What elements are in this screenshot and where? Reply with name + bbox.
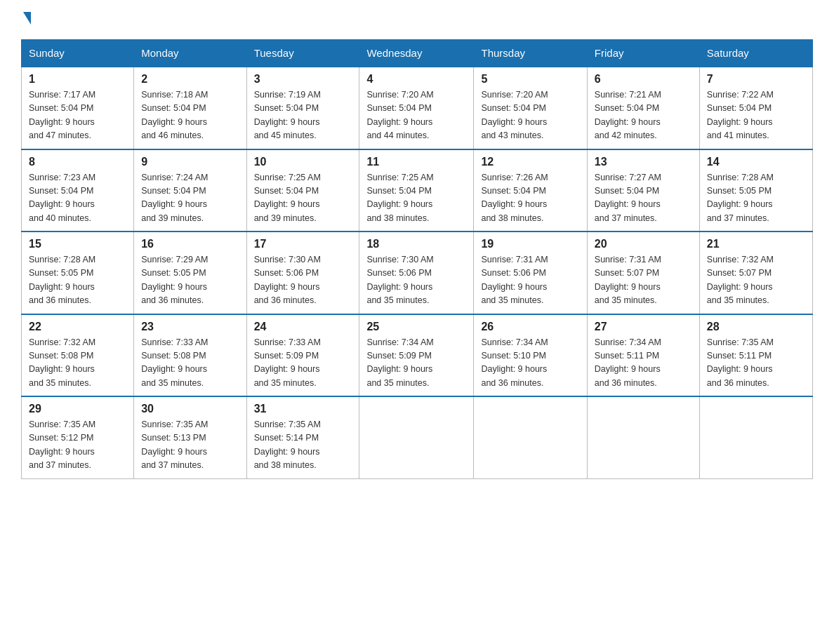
calendar-cell: 17Sunrise: 7:30 AMSunset: 5:06 PMDayligh… — [246, 232, 359, 314]
calendar-cell: 29Sunrise: 7:35 AMSunset: 5:12 PMDayligh… — [22, 396, 134, 478]
calendar-cell: 8Sunrise: 7:23 AMSunset: 5:04 PMDaylight… — [22, 149, 134, 232]
day-info: Sunrise: 7:34 AMSunset: 5:11 PMDaylight:… — [595, 336, 692, 391]
day-number: 14 — [707, 156, 805, 168]
day-number: 28 — [707, 321, 805, 333]
calendar-cell: 13Sunrise: 7:27 AMSunset: 5:04 PMDayligh… — [587, 149, 699, 232]
calendar-cell: 24Sunrise: 7:33 AMSunset: 5:09 PMDayligh… — [246, 314, 359, 397]
day-info: Sunrise: 7:34 AMSunset: 5:09 PMDaylight:… — [366, 336, 466, 391]
day-info: Sunrise: 7:29 AMSunset: 5:05 PMDaylight:… — [141, 253, 239, 308]
day-number: 10 — [254, 156, 352, 168]
day-info: Sunrise: 7:35 AMSunset: 5:12 PMDaylight:… — [29, 418, 126, 473]
day-number: 31 — [254, 403, 352, 415]
day-number: 25 — [366, 321, 466, 333]
day-info: Sunrise: 7:31 AMSunset: 5:06 PMDaylight:… — [481, 253, 579, 308]
day-info: Sunrise: 7:24 AMSunset: 5:04 PMDaylight:… — [141, 171, 239, 226]
day-info: Sunrise: 7:28 AMSunset: 5:05 PMDaylight:… — [29, 253, 126, 308]
calendar-cell: 1Sunrise: 7:17 AMSunset: 5:04 PMDaylight… — [22, 67, 134, 149]
header-day-tuesday: Tuesday — [246, 40, 359, 67]
day-number: 8 — [29, 156, 126, 168]
calendar-cell: 30Sunrise: 7:35 AMSunset: 5:13 PMDayligh… — [134, 396, 246, 478]
calendar-cell: 6Sunrise: 7:21 AMSunset: 5:04 PMDaylight… — [587, 67, 699, 149]
day-number: 27 — [595, 321, 692, 333]
calendar-cell: 16Sunrise: 7:29 AMSunset: 5:05 PMDayligh… — [134, 232, 246, 314]
day-number: 30 — [141, 403, 239, 415]
calendar-cell: 9Sunrise: 7:24 AMSunset: 5:04 PMDaylight… — [134, 149, 246, 232]
day-info: Sunrise: 7:22 AMSunset: 5:04 PMDaylight:… — [707, 88, 805, 143]
calendar-header: SundayMondayTuesdayWednesdayThursdayFrid… — [22, 40, 813, 67]
day-number: 21 — [707, 238, 805, 250]
day-number: 11 — [366, 156, 466, 168]
calendar-cell — [474, 396, 587, 478]
day-number: 2 — [141, 73, 239, 86]
calendar-cell: 26Sunrise: 7:34 AMSunset: 5:10 PMDayligh… — [474, 314, 587, 397]
calendar-cell: 2Sunrise: 7:18 AMSunset: 5:04 PMDaylight… — [134, 67, 246, 149]
day-number: 3 — [254, 73, 352, 86]
calendar-cell: 31Sunrise: 7:35 AMSunset: 5:14 PMDayligh… — [246, 396, 359, 478]
calendar-cell: 18Sunrise: 7:30 AMSunset: 5:06 PMDayligh… — [359, 232, 474, 314]
day-number: 29 — [29, 403, 126, 415]
day-info: Sunrise: 7:20 AMSunset: 5:04 PMDaylight:… — [366, 88, 466, 143]
calendar-cell: 5Sunrise: 7:20 AMSunset: 5:04 PMDaylight… — [474, 67, 587, 149]
day-number: 26 — [481, 321, 579, 333]
day-info: Sunrise: 7:31 AMSunset: 5:07 PMDaylight:… — [595, 253, 692, 308]
day-info: Sunrise: 7:25 AMSunset: 5:04 PMDaylight:… — [366, 171, 466, 226]
day-number: 4 — [366, 73, 466, 86]
day-number: 9 — [141, 156, 239, 168]
day-number: 15 — [29, 238, 126, 250]
day-info: Sunrise: 7:35 AMSunset: 5:11 PMDaylight:… — [707, 336, 805, 391]
day-number: 16 — [141, 238, 239, 250]
day-number: 5 — [481, 73, 579, 86]
header-day-friday: Friday — [587, 40, 699, 67]
day-info: Sunrise: 7:30 AMSunset: 5:06 PMDaylight:… — [254, 253, 352, 308]
calendar-cell: 27Sunrise: 7:34 AMSunset: 5:11 PMDayligh… — [587, 314, 699, 397]
day-number: 20 — [595, 238, 692, 250]
calendar-cell: 12Sunrise: 7:26 AMSunset: 5:04 PMDayligh… — [474, 149, 587, 232]
day-number: 1 — [29, 73, 126, 86]
day-number: 7 — [707, 73, 805, 86]
calendar-cell: 25Sunrise: 7:34 AMSunset: 5:09 PMDayligh… — [359, 314, 474, 397]
header-day-saturday: Saturday — [699, 40, 812, 67]
day-info: Sunrise: 7:30 AMSunset: 5:06 PMDaylight:… — [366, 253, 466, 308]
calendar-cell: 3Sunrise: 7:19 AMSunset: 5:04 PMDaylight… — [246, 67, 359, 149]
calendar-cell — [587, 396, 699, 478]
week-row-2: 8Sunrise: 7:23 AMSunset: 5:04 PMDaylight… — [22, 149, 813, 232]
week-row-4: 22Sunrise: 7:32 AMSunset: 5:08 PMDayligh… — [22, 314, 813, 397]
calendar-cell: 19Sunrise: 7:31 AMSunset: 5:06 PMDayligh… — [474, 232, 587, 314]
day-number: 22 — [29, 321, 126, 333]
calendar-cell: 14Sunrise: 7:28 AMSunset: 5:05 PMDayligh… — [699, 149, 812, 232]
logo-triangle-icon — [23, 12, 31, 25]
day-number: 24 — [254, 321, 352, 333]
header-row: SundayMondayTuesdayWednesdayThursdayFrid… — [22, 40, 813, 67]
header-day-thursday: Thursday — [474, 40, 587, 67]
calendar-cell: 10Sunrise: 7:25 AMSunset: 5:04 PMDayligh… — [246, 149, 359, 232]
day-info: Sunrise: 7:35 AMSunset: 5:13 PMDaylight:… — [141, 418, 239, 473]
calendar-table: SundayMondayTuesdayWednesdayThursdayFrid… — [21, 39, 813, 479]
header-day-wednesday: Wednesday — [359, 40, 474, 67]
day-number: 23 — [141, 321, 239, 333]
day-info: Sunrise: 7:32 AMSunset: 5:07 PMDaylight:… — [707, 253, 805, 308]
day-info: Sunrise: 7:33 AMSunset: 5:09 PMDaylight:… — [254, 336, 352, 391]
header-day-monday: Monday — [134, 40, 246, 67]
header-day-sunday: Sunday — [22, 40, 134, 67]
calendar-cell: 15Sunrise: 7:28 AMSunset: 5:05 PMDayligh… — [22, 232, 134, 314]
week-row-5: 29Sunrise: 7:35 AMSunset: 5:12 PMDayligh… — [22, 396, 813, 478]
day-number: 6 — [595, 73, 692, 86]
calendar-cell: 11Sunrise: 7:25 AMSunset: 5:04 PMDayligh… — [359, 149, 474, 232]
calendar-cell — [699, 396, 812, 478]
day-info: Sunrise: 7:20 AMSunset: 5:04 PMDaylight:… — [481, 88, 579, 143]
day-info: Sunrise: 7:25 AMSunset: 5:04 PMDaylight:… — [254, 171, 352, 226]
day-info: Sunrise: 7:21 AMSunset: 5:04 PMDaylight:… — [595, 88, 692, 143]
calendar-body: 1Sunrise: 7:17 AMSunset: 5:04 PMDaylight… — [22, 67, 813, 478]
calendar-cell: 7Sunrise: 7:22 AMSunset: 5:04 PMDaylight… — [699, 67, 812, 149]
day-info: Sunrise: 7:33 AMSunset: 5:08 PMDaylight:… — [141, 336, 239, 391]
day-info: Sunrise: 7:27 AMSunset: 5:04 PMDaylight:… — [595, 171, 692, 226]
day-number: 17 — [254, 238, 352, 250]
day-info: Sunrise: 7:19 AMSunset: 5:04 PMDaylight:… — [254, 88, 352, 143]
day-info: Sunrise: 7:26 AMSunset: 5:04 PMDaylight:… — [481, 171, 579, 226]
day-number: 12 — [481, 156, 579, 168]
day-info: Sunrise: 7:18 AMSunset: 5:04 PMDaylight:… — [141, 88, 239, 143]
day-number: 13 — [595, 156, 692, 168]
calendar-cell: 28Sunrise: 7:35 AMSunset: 5:11 PMDayligh… — [699, 314, 812, 397]
page-header — [21, 14, 813, 27]
day-info: Sunrise: 7:32 AMSunset: 5:08 PMDaylight:… — [29, 336, 126, 391]
